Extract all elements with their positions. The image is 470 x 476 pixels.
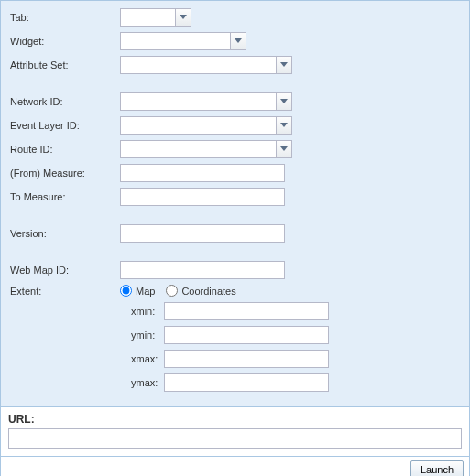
chevron-down-icon [280,146,288,152]
route-id-combo[interactable] [120,140,292,158]
ymax-input[interactable] [164,373,329,392]
widget-trigger[interactable] [230,32,246,50]
label-widget: Widget: [10,36,120,47]
url-input[interactable] [8,428,462,449]
chevron-down-icon [280,99,288,104]
tab-input[interactable] [120,8,175,27]
label-from-measure: (From) Measure: [10,168,120,178]
label-route-id: Route ID: [10,144,120,155]
route-id-trigger[interactable] [276,140,292,158]
from-measure-input[interactable] [120,164,285,182]
network-id-input[interactable] [120,92,276,111]
label-web-map-id: Web Map ID: [10,265,120,276]
version-input[interactable] [120,224,285,243]
radio-label-map: Map [136,286,155,297]
extent-radio-coordinates-label[interactable]: Coordinates [166,285,235,297]
label-tab: Tab: [10,12,120,23]
form-panel: Tab: Widget: Attribute Set: Network ID: [0,0,470,407]
event-layer-id-input[interactable] [120,116,276,135]
widget-combo[interactable] [120,32,246,50]
label-url: URL: [8,413,462,426]
network-id-trigger[interactable] [276,92,292,111]
label-event-layer-id: Event Layer ID: [10,120,120,131]
web-map-id-input[interactable] [120,261,285,279]
attribute-set-trigger[interactable] [276,56,292,74]
tab-combo[interactable] [120,8,191,27]
url-section: URL: [0,407,470,457]
label-ymin: ymin: [129,330,164,341]
label-ymax: ymax: [129,377,164,388]
radio-label-coordinates: Coordinates [181,286,235,297]
to-measure-input[interactable] [120,188,285,206]
attribute-set-combo[interactable] [120,56,292,74]
extent-radio-map-label[interactable]: Map [120,285,155,297]
label-to-measure: To Measure: [10,191,120,202]
tab-trigger[interactable] [175,8,191,27]
ymin-input[interactable] [164,326,329,344]
route-id-input[interactable] [120,140,276,158]
attribute-set-input[interactable] [120,56,276,74]
label-extent: Extent: [10,286,120,297]
label-network-id: Network ID: [10,96,120,107]
event-layer-id-combo[interactable] [120,116,292,135]
label-attribute-set: Attribute Set: [10,60,120,70]
chevron-down-icon [180,15,187,20]
launch-button[interactable]: Launch [410,460,464,476]
label-xmax: xmax: [129,353,164,364]
chevron-down-icon [280,123,288,128]
network-id-combo[interactable] [120,92,292,111]
widget-input[interactable] [120,32,230,50]
label-version: Version: [10,228,120,239]
label-xmin: xmin: [129,306,164,317]
extent-radio-map[interactable] [120,285,132,297]
xmin-input[interactable] [164,302,329,320]
chevron-down-icon [280,62,288,68]
extent-radio-group: Map Coordinates [120,285,236,297]
chevron-down-icon [235,38,242,44]
footer: Launch [0,457,470,476]
xmax-input[interactable] [164,350,329,368]
extent-radio-coordinates[interactable] [166,285,178,297]
event-layer-id-trigger[interactable] [276,116,292,135]
